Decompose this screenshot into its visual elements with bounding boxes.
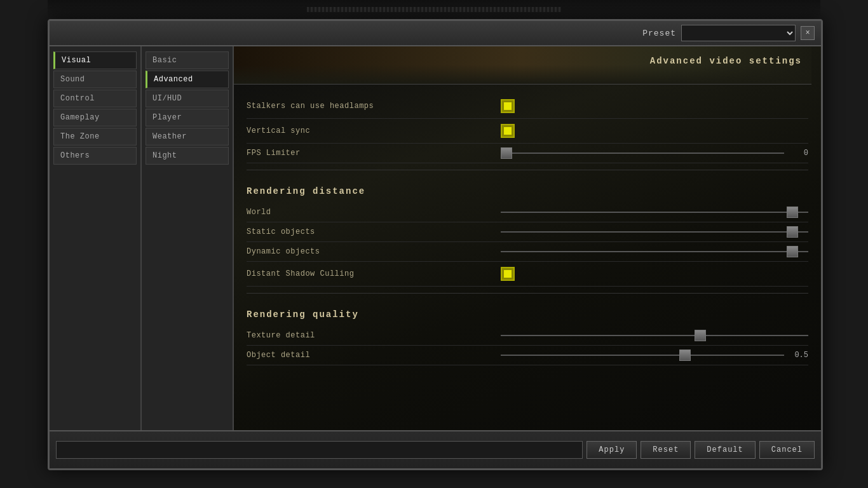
close-button[interactable]: ×	[801, 26, 815, 40]
setting-world: World	[247, 203, 808, 222]
right-panel: Advanced video settings Stalkers can use…	[234, 46, 821, 430]
divider-2	[247, 293, 808, 294]
world-slider-track	[501, 212, 808, 213]
texture-slider-track	[501, 335, 808, 336]
sidebar-item-others[interactable]: Others	[53, 147, 137, 165]
settings-scroll[interactable]: Advanced video settings Stalkers can use…	[234, 46, 821, 430]
rendering-distance-title: Rendering distance	[247, 177, 808, 203]
static-slider-track	[501, 231, 808, 233]
static-slider-container	[501, 231, 808, 233]
subnav-item-basic[interactable]: Basic	[146, 51, 229, 69]
fps-limiter-control: 0	[501, 149, 808, 158]
fps-slider-thumb[interactable]	[501, 147, 512, 159]
rendering-quality-title: Rendering quality	[247, 300, 808, 326]
subnav-item-weather[interactable]: Weather	[146, 128, 229, 146]
headlamps-control	[501, 99, 808, 113]
setting-static-objects: Static objects	[247, 222, 808, 242]
rendering-quality-section: Rendering quality Texture detail	[247, 300, 808, 365]
setting-object-detail: Object detail 0.5	[247, 346, 808, 365]
setting-dynamic-objects: Dynamic objects	[247, 242, 808, 262]
preset-dropdown[interactable]	[681, 25, 796, 41]
static-objects-control	[501, 231, 808, 233]
fps-slider-track	[501, 152, 784, 154]
texture-slider-thumb[interactable]	[695, 330, 706, 341]
left-sidebar: Visual Sound Control Gameplay The Zone O…	[50, 46, 142, 430]
top-bar: Preset ×	[50, 21, 821, 46]
subnav-item-advanced[interactable]: Advanced	[146, 71, 229, 88]
sidebar-item-visual[interactable]: Visual	[53, 51, 137, 69]
rendering-distance-section: Rendering distance World	[247, 177, 808, 287]
top-settings-section: Stalkers can use headlamps Vertical sync	[247, 94, 808, 163]
distant-shadow-checkbox[interactable]	[501, 267, 515, 281]
object-slider-track	[501, 355, 784, 356]
object-slider-value: 0.5	[789, 351, 808, 360]
setting-headlamps: Stalkers can use headlamps	[247, 94, 808, 119]
dynamic-slider-track	[501, 251, 808, 252]
vsync-checkbox[interactable]	[501, 124, 515, 138]
setting-texture-detail: Texture detail	[247, 326, 808, 346]
sidebar-item-sound[interactable]: Sound	[53, 71, 137, 88]
fps-slider-value: 0	[789, 149, 808, 158]
sidebar-item-control[interactable]: Control	[53, 90, 137, 107]
texture-detail-control	[501, 335, 808, 336]
static-slider-thumb[interactable]	[787, 226, 798, 238]
middle-sidebar: Basic Advanced UI/HUD Player Weather Nig…	[142, 46, 234, 430]
subnav-item-ui-hud[interactable]: UI/HUD	[146, 90, 229, 107]
divider-1	[247, 170, 808, 170]
default-button[interactable]: Default	[695, 441, 755, 459]
cancel-button[interactable]: Cancel	[759, 441, 815, 459]
distant-shadow-control	[501, 267, 808, 281]
world-control	[501, 212, 808, 213]
object-detail-control: 0.5	[501, 351, 808, 360]
object-slider-thumb[interactable]	[679, 349, 691, 361]
main-window: Preset × Visual Sound Control Gameplay T…	[48, 19, 823, 470]
texture-slider-container	[501, 335, 808, 336]
sidebar-item-the-zone[interactable]: The Zone	[53, 128, 137, 146]
subnav-item-night[interactable]: Night	[146, 147, 229, 165]
main-content-area: Visual Sound Control Gameplay The Zone O…	[50, 46, 821, 430]
setting-vsync: Vertical sync	[247, 119, 808, 144]
panel-title: Advanced video settings	[650, 56, 802, 66]
deco-pattern	[307, 7, 561, 12]
dynamic-objects-control	[501, 251, 808, 252]
text-input-bar[interactable]	[56, 441, 583, 459]
dynamic-slider-container	[501, 251, 808, 252]
decorative-top	[48, 0, 820, 19]
subnav-item-player[interactable]: Player	[146, 109, 229, 126]
headlamps-checkbox[interactable]	[501, 99, 515, 113]
apply-button[interactable]: Apply	[587, 441, 637, 459]
fps-slider-container: 0	[501, 149, 808, 158]
dynamic-slider-thumb[interactable]	[787, 246, 798, 257]
preset-label: Preset	[642, 29, 676, 38]
bottom-bar: Apply Reset Default Cancel	[50, 430, 821, 468]
setting-fps-limiter: FPS Limiter 0	[247, 144, 808, 163]
world-slider-container	[501, 212, 808, 213]
sidebar-item-gameplay[interactable]: Gameplay	[53, 109, 137, 126]
setting-distant-shadow: Distant Shadow Culling	[247, 262, 808, 287]
reset-button[interactable]: Reset	[641, 441, 691, 459]
object-slider-container: 0.5	[501, 351, 808, 360]
world-slider-thumb[interactable]	[787, 207, 798, 218]
vsync-control	[501, 124, 808, 138]
